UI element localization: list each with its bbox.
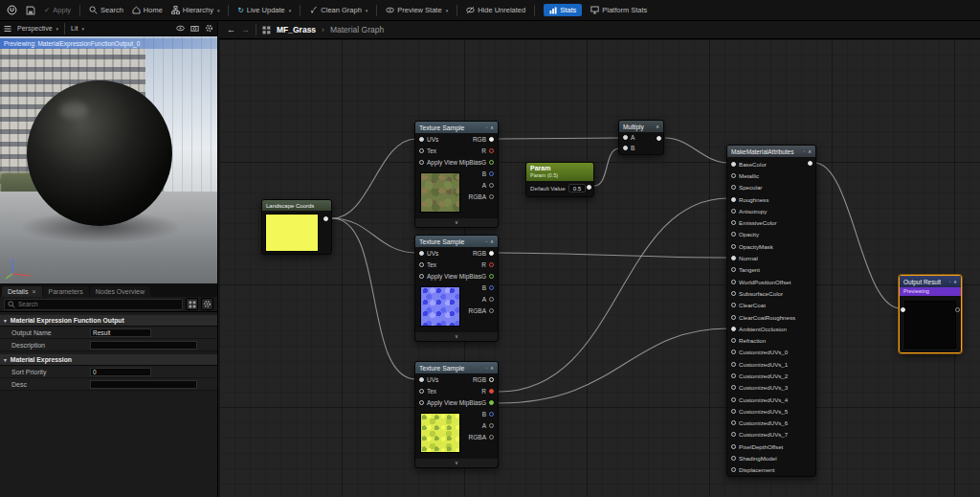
output-pin[interactable]: RGBA <box>467 431 496 442</box>
open-asset-icon[interactable]: ◦ <box>486 124 488 130</box>
viewport-camera-icon[interactable] <box>190 24 199 33</box>
input-pin[interactable]: BaseColor <box>729 158 813 169</box>
input-pin[interactable]: Displacement <box>729 464 813 476</box>
output-pin[interactable]: RGBA <box>467 305 496 316</box>
tab-details[interactable]: Details × <box>2 286 42 297</box>
node-make-material-attributes[interactable]: MakeMaterialAttributes ◦ ∧ BaseColorMeta… <box>726 145 816 477</box>
wire-mma-outputresult[interactable] <box>814 163 901 308</box>
collapse-icon[interactable]: ∧ <box>490 124 494 130</box>
node-landscape-coords[interactable]: Landscape Coords <box>261 199 332 255</box>
details-search-input[interactable] <box>18 301 179 307</box>
save-icon[interactable] <box>26 6 35 15</box>
output-pin[interactable] <box>955 307 960 312</box>
input-pin[interactable]: CustomizedUVs_6 <box>729 418 813 429</box>
output-pin[interactable]: R <box>467 259 496 270</box>
input-pin[interactable] <box>901 307 905 312</box>
home-button[interactable]: Home <box>132 6 163 14</box>
wire-landscapecoords-ts3-uvs[interactable] <box>332 218 416 379</box>
breadcrumb-asset[interactable]: MF_Grass <box>277 25 316 34</box>
node-texture-sample-2[interactable]: Texture Sample ◦ ∧ UVsTexApply View MipB… <box>414 235 499 342</box>
viewport-settings-icon[interactable] <box>205 24 213 33</box>
wire-ts3-g-ambientocclusion[interactable] <box>499 328 728 403</box>
node-header[interactable]: Param Param (0.5) <box>526 163 593 181</box>
collapse-icon[interactable]: ∧ <box>490 365 494 371</box>
collapse-footer[interactable]: ∨ <box>415 459 498 467</box>
output-pin[interactable] <box>323 216 328 221</box>
forward-button[interactable]: → <box>241 25 250 34</box>
output-pin[interactable]: R <box>467 145 496 156</box>
input-pin[interactable]: ShadingModel <box>729 452 813 463</box>
material-preview-viewport[interactable]: Previewing: MaterialExpressionFunctionOu… <box>0 36 217 283</box>
stats-button[interactable]: Stats <box>544 4 582 16</box>
output-pin[interactable] <box>587 185 591 190</box>
details-grid-view-button[interactable] <box>186 298 198 310</box>
input-pin[interactable]: Anisotropy <box>729 205 813 216</box>
preview-state-dropdown[interactable]: Preview State ▾ <box>386 6 448 14</box>
node-texture-sample-1[interactable]: Texture Sample ◦ ∧ UVsTexApply View MipB… <box>414 121 499 228</box>
output-pin[interactable]: A <box>467 419 496 431</box>
input-pin[interactable]: EmissiveColor <box>729 216 813 228</box>
input-pin[interactable]: Normal <box>729 252 813 263</box>
input-pin[interactable]: CustomizedUVs_3 <box>729 382 813 394</box>
input-pin[interactable]: CustomizedUVs_5 <box>729 405 813 417</box>
input-pin[interactable]: CustomizedUVs_1 <box>729 358 813 370</box>
wire-param-multiply-b[interactable] <box>594 148 619 186</box>
platform-stats-button[interactable]: Platform Stats <box>590 6 647 14</box>
tab-nodes-overview[interactable]: Nodes Overview <box>90 286 150 297</box>
output-pin[interactable]: RGBA <box>467 191 496 202</box>
output-pin[interactable]: B <box>467 408 496 419</box>
input-pin[interactable]: WorldPositionOffset <box>729 276 813 287</box>
hierarchy-dropdown[interactable]: Hierarchy ▾ <box>171 6 220 14</box>
collapse-icon[interactable]: ∧ <box>656 124 659 129</box>
collapse-footer[interactable]: ∨ <box>415 218 498 227</box>
output-pin[interactable]: RGB <box>467 247 496 259</box>
node-header[interactable]: MakeMaterialAttributes ◦ ∧ <box>727 146 815 157</box>
output-pin[interactable]: RGB <box>467 373 496 385</box>
hide-unrelated-button[interactable]: Hide Unrelated <box>466 6 525 14</box>
close-icon[interactable]: × <box>32 288 35 295</box>
wire-ts3-r-roughness[interactable] <box>499 198 728 392</box>
output-pin[interactable]: G <box>467 270 496 282</box>
tab-parameters[interactable]: Parameters <box>43 286 89 297</box>
search-button[interactable]: Search <box>89 6 123 14</box>
output-pin[interactable] <box>808 161 813 166</box>
back-button[interactable]: ← <box>227 25 235 34</box>
open-asset-icon[interactable]: ◦ <box>486 238 488 244</box>
collapse-icon[interactable]: ∧ <box>953 279 957 284</box>
input-pin[interactable]: PixelDepthOffset <box>729 441 813 452</box>
input-pin[interactable]: Opacity <box>729 229 813 240</box>
section-material-expression[interactable]: ▾ Material Expression <box>0 354 217 366</box>
input-pin[interactable]: B <box>621 143 636 153</box>
input-pin[interactable]: Metallic <box>729 169 813 181</box>
details-settings-button[interactable] <box>201 298 213 310</box>
input-pin[interactable]: CustomizedUVs_2 <box>729 370 813 381</box>
input-pin[interactable]: SubsurfaceColor <box>729 287 813 299</box>
node-header[interactable]: Texture Sample ◦ ∧ <box>415 362 498 373</box>
node-multiply[interactable]: Multiply ∧ AB <box>618 120 664 155</box>
sort-priority-field[interactable] <box>90 368 151 376</box>
node-output-result[interactable]: Output Result ◦ ∧ Previewing <box>899 275 962 353</box>
input-pin[interactable]: CustomizedUVs_4 <box>729 394 813 405</box>
input-pin[interactable]: A <box>621 132 636 143</box>
output-name-field[interactable] <box>90 328 151 337</box>
collapse-icon[interactable]: ∧ <box>490 238 494 244</box>
output-pin[interactable]: R <box>467 385 496 396</box>
input-pin[interactable]: Roughness <box>729 193 813 205</box>
perspective-dropdown[interactable]: Perspective ▾ <box>17 25 58 32</box>
default-value-field[interactable]: 0.5 <box>568 184 587 192</box>
input-pin[interactable]: Tangent <box>729 264 813 276</box>
node-header[interactable]: Texture Sample ◦ ∧ <box>415 236 498 247</box>
input-pin[interactable]: CustomizedUVs_0 <box>729 347 813 358</box>
wire-ts1-rgb-multiply-a[interactable] <box>499 138 619 139</box>
output-pin[interactable]: B <box>467 168 496 179</box>
details-search-box[interactable] <box>4 299 183 310</box>
node-header[interactable]: Output Result ◦ ∧ <box>900 276 961 287</box>
output-pin[interactable]: G <box>467 396 496 408</box>
wire-multiply-basecolor[interactable] <box>665 138 728 163</box>
node-scalar-param[interactable]: Param Param (0.5) Default Value 0.5 <box>525 162 594 197</box>
collapse-footer[interactable]: ∨ <box>415 332 498 341</box>
node-texture-sample-3[interactable]: Texture Sample ◦ ∧ UVsTexApply View MipB… <box>414 361 499 468</box>
viewport-menu-icon[interactable] <box>4 25 11 33</box>
section-material-expression-function-output[interactable]: ▾ Material Expression Function Output <box>0 315 217 327</box>
collapse-icon[interactable]: ∧ <box>808 148 812 154</box>
